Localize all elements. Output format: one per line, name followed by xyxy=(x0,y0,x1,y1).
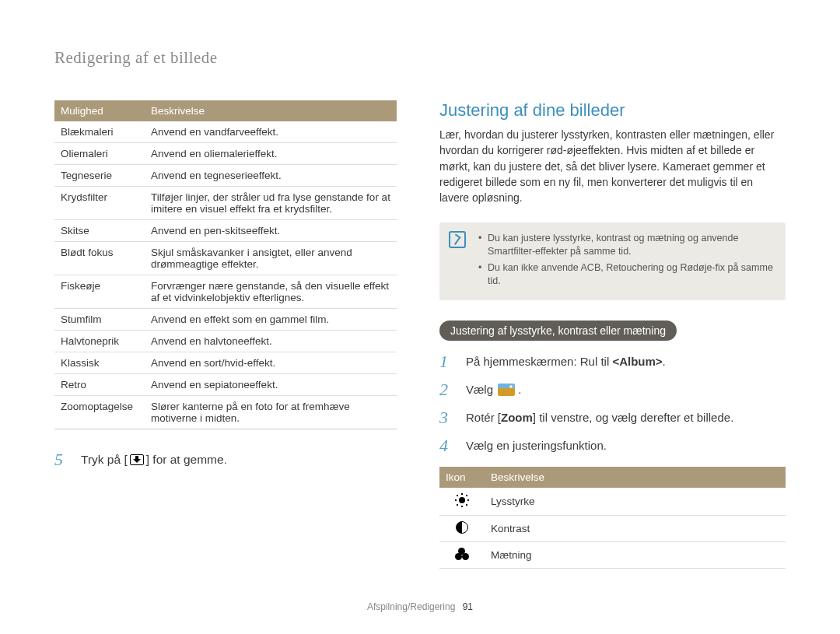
icon-label: Mætning xyxy=(485,541,786,568)
step-3: 3 Rotér [Zoom] til venstre, og vælg dere… xyxy=(439,408,786,428)
table-row: TegneserieAnvend en tegneserieeffekt. xyxy=(54,165,397,187)
table-row: KrydsfilterTilføjer linjer, der stråler … xyxy=(54,187,397,220)
save-icon xyxy=(130,454,144,465)
brightness-icon xyxy=(455,493,469,507)
step-number: 3 xyxy=(439,408,457,428)
table-row: Blødt fokusSkjul småskavanker i ansigtet… xyxy=(54,242,397,275)
step-text: Vælg xyxy=(466,383,496,396)
step-1: 1 På hjemmeskærmen: Rul til <Album>. xyxy=(439,352,786,372)
contrast-icon xyxy=(456,521,468,534)
table-row: HalvtoneprikAnvend en halvtoneeffekt. xyxy=(54,331,397,352)
table-row: SkitseAnvend en pen-skitseeffekt. xyxy=(54,220,397,242)
saturation-icon xyxy=(455,548,469,560)
subsection-pill: Justering af lysstyrke, kontrast eller m… xyxy=(439,321,677,341)
table-row: FiskeøjeForvrænger nære genstande, så de… xyxy=(54,275,397,309)
step-text-before: Tryk på [ xyxy=(81,453,128,466)
step-number: 2 xyxy=(439,380,457,400)
effects-table: Mulighed Beskrivelse BlækmaleriAnvend en… xyxy=(54,100,397,429)
page-number: 91 xyxy=(463,601,473,612)
right-column: Justering af dine billeder Lær, hvordan … xyxy=(439,100,786,569)
table-row: ZoomoptagelseSlører kanterne på en foto … xyxy=(54,396,397,429)
step-number: 5 xyxy=(54,450,72,470)
table-row: BlækmaleriAnvend en vandfarveeffekt. xyxy=(54,121,397,143)
table-row: RetroAnvend en sepiatoneeffekt. xyxy=(54,374,397,396)
icon-label: Kontrast xyxy=(485,515,786,541)
step-text: Vælg en justeringsfunktion. xyxy=(466,439,607,452)
th-icon: Ikon xyxy=(439,467,485,488)
table-row: Mætning xyxy=(439,541,786,568)
footer-section: Afspilning/Redigering xyxy=(367,601,455,612)
album-label: <Album> xyxy=(612,355,662,368)
table-row: Lysstyrke xyxy=(439,488,786,516)
note-item: Du kan ikke anvende ACB, Retouchering og… xyxy=(478,261,775,288)
zoom-label: Zoom xyxy=(501,411,533,424)
table-row: OliemaleriAnvend en oliemalerieffekt. xyxy=(54,143,397,165)
note-icon xyxy=(449,231,466,248)
note-item: Du kan justere lysstyrke, kontrast og mæ… xyxy=(478,232,775,258)
note-box: Du kan justere lysstyrke, kontrast og mæ… xyxy=(439,222,786,300)
section-body: Lær, hvordan du justerer lysstyrken, kon… xyxy=(439,127,786,205)
page-subtitle: Redigering af et billede xyxy=(54,48,786,68)
step-number: 1 xyxy=(439,352,457,372)
left-column: Mulighed Beskrivelse BlækmaleriAnvend en… xyxy=(54,100,397,569)
album-thumbnail-icon xyxy=(498,384,515,396)
th-description: Beskrivelse xyxy=(145,100,397,121)
page-footer: Afspilning/Redigering 91 xyxy=(0,601,840,612)
section-title: Justering af dine billeder xyxy=(439,100,786,121)
adjustment-icons-table: Ikon Beskrivelse Lysstyrke Kontrast Mætn… xyxy=(439,467,786,569)
step-text: Rotér [ xyxy=(466,411,501,424)
icon-label: Lysstyrke xyxy=(485,488,786,516)
table-row: KlassiskAnvend en sort/hvid-effekt. xyxy=(54,352,397,374)
step-text: På hjemmeskærmen: Rul til xyxy=(466,355,612,368)
th-option: Mulighed xyxy=(54,100,145,121)
table-row: StumfilmAnvend en effekt som en gammel f… xyxy=(54,309,397,331)
table-row: Kontrast xyxy=(439,515,786,541)
step-text-after: ] for at gemme. xyxy=(146,453,227,466)
th-description: Beskrivelse xyxy=(485,467,786,488)
step-5: 5 Tryk på [] for at gemme. xyxy=(54,450,397,470)
step-4: 4 Vælg en justeringsfunktion. xyxy=(439,436,786,456)
step-number: 4 xyxy=(439,436,457,456)
step-2: 2 Vælg . xyxy=(439,380,786,400)
